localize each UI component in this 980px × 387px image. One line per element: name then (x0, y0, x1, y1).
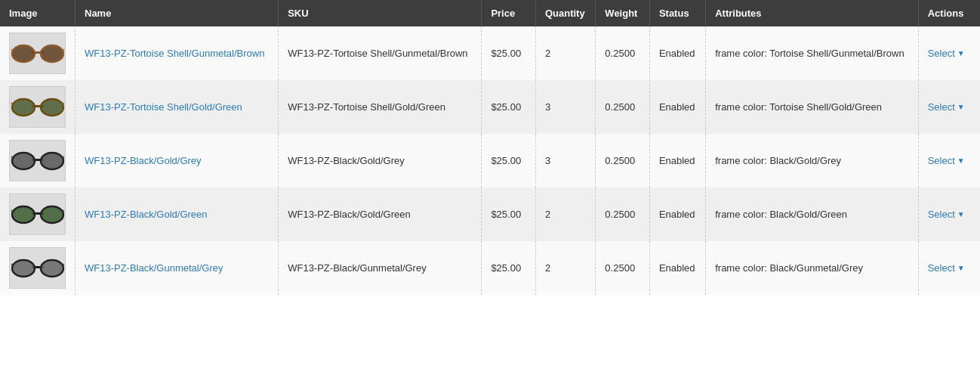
sku-cell: WF13-PZ-Black/Gunmetal/Grey (279, 241, 482, 295)
svg-line-12 (11, 103, 12, 104)
product-name-cell: WF13-PZ-Black/Gold/Grey (76, 134, 279, 187)
col-header-weight: Weight (596, 0, 650, 26)
sku-cell: WF13-PZ-Black/Gold/Green (279, 187, 482, 241)
col-header-price: Price (482, 0, 536, 26)
price-cell: $25.00 (482, 26, 536, 80)
actions-cell: Select ▼ (918, 80, 980, 134)
actions-cell: Select ▼ (918, 187, 980, 241)
svg-line-19 (11, 156, 12, 157)
actions-cell: Select ▼ (918, 241, 980, 295)
chevron-down-icon: ▼ (957, 210, 965, 218)
status-cell: Enabled (649, 241, 705, 295)
product-name-cell: WF13-PZ-Black/Gunmetal/Grey (76, 241, 279, 295)
select-button[interactable]: Select ▼ (928, 48, 965, 59)
product-image (9, 140, 66, 181)
weight-cell: 0.2500 (596, 80, 650, 134)
attributes-cell: frame color: Black/Gold/Grey (706, 134, 919, 187)
quantity-cell: 3 (535, 80, 595, 134)
image-cell (0, 241, 76, 295)
product-name-link[interactable]: WF13-PZ-Tortoise Shell/Gunmetal/Brown (85, 48, 264, 59)
product-image (9, 33, 66, 74)
table-row: WF13-PZ-Tortoise Shell/Gold/GreenWF13-PZ… (0, 80, 980, 134)
svg-line-20 (63, 156, 64, 157)
product-name-cell: WF13-PZ-Tortoise Shell/Gold/Green (76, 80, 279, 134)
product-image (9, 247, 66, 289)
table-row: WF13-PZ-Black/Gold/GreenWF13-PZ-Black/Go… (0, 187, 980, 241)
image-cell (0, 187, 76, 241)
quantity-cell: 2 (535, 241, 595, 295)
weight-cell: 0.2500 (596, 241, 650, 295)
svg-line-13 (63, 103, 64, 104)
status-cell: Enabled (649, 187, 705, 241)
table-row: WF13-PZ-Black/Gunmetal/GreyWF13-PZ-Black… (0, 241, 980, 295)
actions-cell: Select ▼ (918, 26, 980, 80)
col-header-image: Image (0, 0, 76, 26)
select-button[interactable]: Select ▼ (928, 262, 965, 274)
product-name-link[interactable]: WF13-PZ-Black/Gold/Green (85, 209, 208, 220)
col-header-status: Status (649, 0, 705, 26)
svg-line-33 (11, 264, 12, 265)
product-image (9, 86, 66, 128)
svg-line-26 (11, 210, 12, 211)
image-cell (0, 80, 76, 134)
sku-cell: WF13-PZ-Tortoise Shell/Gunmetal/Brown (279, 26, 482, 80)
price-cell: $25.00 (482, 80, 536, 134)
svg-line-6 (63, 49, 64, 50)
table-row: WF13-PZ-Tortoise Shell/Gunmetal/BrownWF1… (0, 26, 980, 80)
status-cell: Enabled (649, 80, 705, 134)
attributes-cell: frame color: Tortoise Shell/Gold/Green (706, 80, 919, 134)
attributes-cell: frame color: Tortoise Shell/Gunmetal/Bro… (706, 26, 919, 80)
col-header-actions: Actions (918, 0, 980, 26)
products-table: Image Name SKU Price Quantity Weight Sta… (0, 0, 980, 295)
product-name-link[interactable]: WF13-PZ-Black/Gunmetal/Grey (85, 262, 223, 274)
price-cell: $25.00 (482, 241, 536, 295)
price-cell: $25.00 (482, 134, 536, 187)
chevron-down-icon: ▼ (957, 156, 965, 165)
table-row: WF13-PZ-Black/Gold/GreyWF13-PZ-Black/Gol… (0, 134, 980, 187)
sku-cell: WF13-PZ-Black/Gold/Grey (279, 134, 482, 187)
svg-line-5 (11, 49, 12, 50)
chevron-down-icon: ▼ (957, 264, 965, 272)
product-name-cell: WF13-PZ-Black/Gold/Green (76, 187, 279, 241)
col-header-sku: SKU (279, 0, 482, 26)
col-header-quantity: Quantity (535, 0, 595, 26)
sku-cell: WF13-PZ-Tortoise Shell/Gold/Green (279, 80, 482, 134)
weight-cell: 0.2500 (596, 26, 650, 80)
actions-cell: Select ▼ (918, 134, 980, 187)
attributes-cell: frame color: Black/Gunmetal/Grey (706, 241, 919, 295)
weight-cell: 0.2500 (596, 134, 650, 187)
quantity-cell: 2 (535, 187, 595, 241)
col-header-attributes: Attributes (706, 0, 919, 26)
col-header-name: Name (76, 0, 279, 26)
select-button[interactable]: Select ▼ (928, 101, 965, 113)
chevron-down-icon: ▼ (957, 103, 965, 111)
attributes-cell: frame color: Black/Gold/Green (706, 187, 919, 241)
weight-cell: 0.2500 (596, 187, 650, 241)
product-name-cell: WF13-PZ-Tortoise Shell/Gunmetal/Brown (76, 26, 279, 80)
quantity-cell: 3 (535, 134, 595, 187)
product-name-link[interactable]: WF13-PZ-Black/Gold/Grey (85, 155, 202, 166)
select-button[interactable]: Select ▼ (928, 209, 965, 220)
chevron-down-icon: ▼ (957, 49, 965, 57)
product-name-link[interactable]: WF13-PZ-Tortoise Shell/Gold/Green (85, 101, 242, 113)
image-cell (0, 134, 76, 187)
svg-line-34 (63, 264, 64, 265)
status-cell: Enabled (649, 26, 705, 80)
price-cell: $25.00 (482, 187, 536, 241)
select-button[interactable]: Select ▼ (928, 155, 965, 166)
image-cell (0, 26, 76, 80)
svg-line-27 (63, 210, 64, 211)
status-cell: Enabled (649, 134, 705, 187)
product-image (9, 194, 66, 235)
quantity-cell: 2 (535, 26, 595, 80)
